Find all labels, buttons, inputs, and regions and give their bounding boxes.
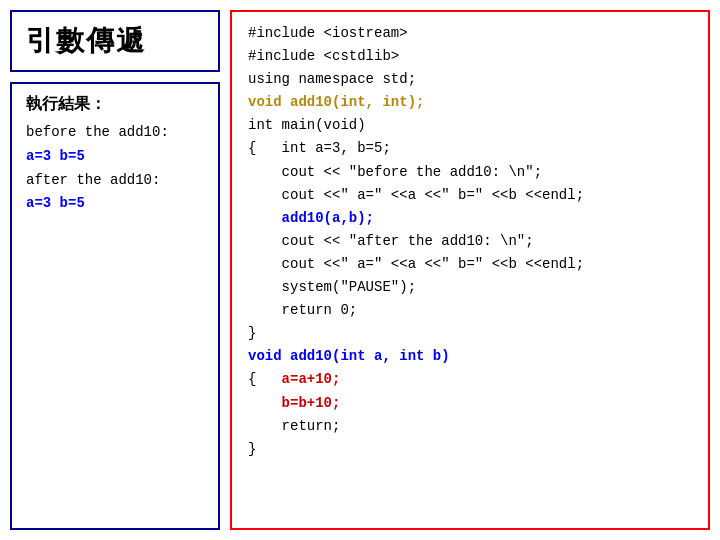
code-line-5: int main(void) xyxy=(248,114,692,137)
code-line-12: system("PAUSE"); xyxy=(248,276,692,299)
code-line-18: return; xyxy=(248,415,692,438)
result-line-4: a=3 b=5 xyxy=(26,192,204,216)
code-line-2: #include <cstdlib> xyxy=(248,45,692,68)
code-line-19: } xyxy=(248,438,692,461)
code-line-4: void add10(int, int); xyxy=(248,91,692,114)
code-line-9: add10(a,b); xyxy=(248,207,692,230)
result-label: 執行結果： xyxy=(26,94,204,115)
code-line-6: { int a=3, b=5; xyxy=(248,137,692,160)
code-panel: #include <iostream> #include <cstdlib> u… xyxy=(230,10,710,530)
code-line-7: cout << "before the add10: \n"; xyxy=(248,161,692,184)
result-line-1: before the add10: xyxy=(26,121,204,145)
code-line-1: #include <iostream> xyxy=(248,22,692,45)
code-line-15: void add10(int a, int b) xyxy=(248,345,692,368)
code-line-14: } xyxy=(248,322,692,345)
code-line-11: cout <<" a=" <<a <<" b=" <<b <<endl; xyxy=(248,253,692,276)
result-line-2: a=3 b=5 xyxy=(26,145,204,169)
title-box: 引數傳遞 xyxy=(10,10,220,72)
result-line-3: after the add10: xyxy=(26,169,204,193)
left-panel: 引數傳遞 執行結果： before the add10: a=3 b=5 aft… xyxy=(10,10,220,530)
main-container: 引數傳遞 執行結果： before the add10: a=3 b=5 aft… xyxy=(0,0,720,540)
code-line-13: return 0; xyxy=(248,299,692,322)
title-text: 引數傳遞 xyxy=(26,25,146,56)
result-box: 執行結果： before the add10: a=3 b=5 after th… xyxy=(10,82,220,530)
code-line-10: cout << "after the add10: \n"; xyxy=(248,230,692,253)
code-line-17: b=b+10; xyxy=(248,392,692,415)
code-line-16: { a=a+10; xyxy=(248,368,692,391)
code-line-3: using namespace std; xyxy=(248,68,692,91)
code-line-8: cout <<" a=" <<a <<" b=" <<b <<endl; xyxy=(248,184,692,207)
